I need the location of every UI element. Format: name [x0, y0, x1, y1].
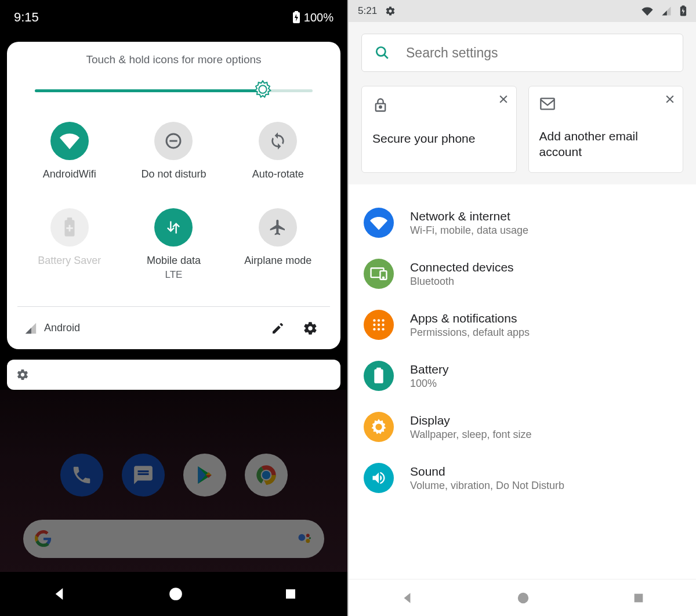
setting-apps[interactable]: Apps & notifications Permissions, defaul… — [349, 299, 696, 350]
nav-recents-button[interactable] — [632, 592, 645, 604]
status-bar: 9:15 100% — [0, 0, 347, 35]
search-icon — [375, 45, 390, 60]
svg-point-27 — [376, 47, 385, 56]
back-icon — [50, 585, 68, 603]
home-screen-background — [0, 390, 347, 572]
setting-battery[interactable]: Battery 100% — [349, 350, 696, 401]
status-time: 5:21 — [358, 5, 377, 17]
card-title: Add another email account — [539, 128, 673, 160]
card-secure-phone[interactable]: Secure your phone — [361, 86, 517, 173]
battery-saver-icon — [50, 208, 89, 247]
svg-rect-23 — [286, 589, 295, 599]
qs-tile-mobile-data[interactable]: Mobile data LTE — [122, 208, 226, 281]
svg-point-44 — [382, 324, 384, 326]
svg-rect-48 — [374, 369, 383, 383]
qs-tile-airplane[interactable]: Airplane mode — [226, 208, 330, 281]
devices-icon — [364, 259, 394, 289]
close-button[interactable] — [664, 93, 676, 105]
settings-header-area: Search settings Secure your phone Ad — [349, 22, 696, 184]
dnd-icon — [154, 122, 193, 160]
setting-title: Connected devices — [410, 260, 514, 274]
wifi-icon — [364, 208, 394, 238]
nav-home-button[interactable] — [168, 586, 183, 601]
status-battery-pct: 100% — [304, 11, 334, 24]
svg-point-39 — [373, 319, 375, 321]
svg-rect-49 — [376, 368, 381, 370]
svg-line-28 — [384, 55, 388, 59]
setting-text: Connected devices Bluetooth — [410, 260, 514, 288]
setting-subtitle: Permissions, default apps — [410, 327, 530, 339]
setting-text: Battery 100% — [410, 363, 449, 390]
setting-subtitle: Volume, vibration, Do Not Disturb — [410, 480, 564, 492]
brightness-slider[interactable] — [35, 82, 313, 100]
phone-quick-settings: 9:15 100% Touch & hold icons for more op… — [0, 0, 347, 616]
svg-point-52 — [518, 592, 528, 603]
status-bar: 5:21 — [349, 0, 696, 22]
wifi-icon — [641, 6, 653, 16]
setting-title: Network & internet — [410, 209, 528, 223]
apps-icon — [364, 310, 394, 340]
dim-overlay — [0, 390, 347, 572]
nav-back-button[interactable] — [400, 590, 415, 606]
svg-point-47 — [382, 328, 384, 330]
mail-icon — [539, 97, 673, 111]
qs-tile-battery-saver[interactable]: Battery Saver — [17, 208, 122, 281]
close-button[interactable] — [498, 93, 509, 105]
setting-subtitle: Bluetooth — [410, 276, 514, 288]
qs-hint-text: Touch & hold icons for more options — [17, 53, 330, 66]
battery-charging-icon — [680, 5, 687, 17]
brightness-icon — [364, 412, 394, 442]
nav-home-button[interactable] — [517, 592, 530, 604]
gear-icon — [385, 6, 396, 16]
setting-title: Apps & notifications — [410, 311, 530, 325]
gear-icon — [16, 368, 29, 381]
recents-icon — [632, 592, 645, 604]
setting-sound[interactable]: Sound Volume, vibration, Do Not Disturb — [349, 452, 696, 503]
setting-text: Sound Volume, vibration, Do Not Disturb — [410, 465, 564, 492]
qs-tile-dnd[interactable]: Do not disturb — [122, 122, 226, 180]
lock-icon — [372, 97, 506, 113]
svg-marker-3 — [255, 81, 270, 97]
setting-subtitle: Wallpaper, sleep, font size — [410, 429, 531, 441]
home-icon — [517, 592, 530, 604]
brightness-thumb[interactable] — [253, 80, 272, 99]
qs-tile-wifi[interactable]: AndroidWifi — [17, 122, 122, 180]
battery-icon — [364, 361, 394, 391]
setting-text: Apps & notifications Permissions, defaul… — [410, 311, 530, 339]
svg-point-41 — [382, 319, 384, 321]
setting-title: Sound — [410, 465, 564, 479]
settings-list: Network & internet Wi-Fi, mobile, data u… — [349, 184, 696, 516]
svg-rect-53 — [634, 593, 643, 602]
search-settings-input[interactable]: Search settings — [361, 34, 683, 72]
svg-rect-8 — [67, 218, 72, 221]
setting-display[interactable]: Display Wallpaper, sleep, font size — [349, 401, 696, 452]
setting-title: Display — [410, 414, 531, 427]
setting-text: Display Wallpaper, sleep, font size — [410, 414, 531, 441]
card-add-email[interactable]: Add another email account — [528, 86, 684, 173]
setting-text: Network & internet Wi-Fi, mobile, data u… — [410, 209, 528, 237]
setting-connected-devices[interactable]: Connected devices Bluetooth — [349, 248, 696, 299]
qs-tile-sublabel: LTE — [165, 269, 183, 281]
search-placeholder: Search settings — [406, 45, 498, 61]
nav-bar — [349, 579, 696, 616]
qs-tile-label: Mobile data — [147, 255, 201, 267]
phone-settings: 5:21 Search settings Secure your phone — [349, 0, 696, 616]
nav-back-button[interactable] — [50, 585, 68, 603]
setting-network[interactable]: Network & internet Wi-Fi, mobile, data u… — [349, 197, 696, 248]
close-icon — [664, 93, 676, 105]
qs-tile-auto-rotate[interactable]: Auto-rotate — [226, 122, 330, 180]
settings-button[interactable] — [298, 316, 323, 341]
svg-point-40 — [378, 319, 380, 321]
nav-recents-button[interactable] — [284, 587, 298, 601]
notification-entry[interactable] — [7, 360, 340, 390]
setting-title: Battery — [410, 363, 449, 376]
setting-subtitle: Wi-Fi, mobile, data usage — [410, 224, 528, 237]
recents-icon — [284, 587, 298, 601]
svg-point-43 — [378, 324, 380, 326]
svg-point-22 — [169, 588, 182, 600]
qs-tile-label: Do not disturb — [141, 168, 206, 180]
svg-point-46 — [378, 328, 380, 330]
battery-charging-icon — [292, 11, 300, 24]
edit-button[interactable] — [265, 316, 291, 341]
qs-tile-label: Auto-rotate — [252, 168, 304, 180]
